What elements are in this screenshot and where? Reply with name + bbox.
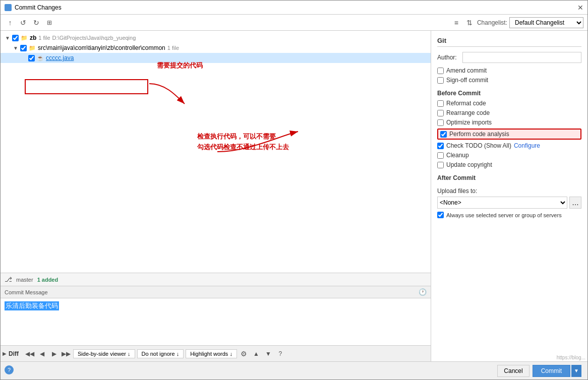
move-up-button[interactable]: ↑ xyxy=(5,17,16,28)
check-todo-label[interactable]: Check TODO (Show All) xyxy=(446,142,511,149)
ignore-btn[interactable]: Do not ignore ↓ xyxy=(137,349,184,358)
help-button[interactable]: ? xyxy=(5,365,14,374)
always-use-row: Always use selected server or group of s… xyxy=(437,212,581,218)
cleanup-row: Cleanup xyxy=(437,152,581,159)
settings-btn[interactable]: ⚙ xyxy=(239,349,249,359)
branch-name: master xyxy=(16,277,33,283)
perform-label[interactable]: Perform code analysis xyxy=(449,131,509,138)
perform-checkbox[interactable] xyxy=(440,131,447,138)
author-label: Author: xyxy=(437,54,462,61)
update-copyright-checkbox[interactable] xyxy=(437,162,444,168)
commit-message-label: Commit Message xyxy=(5,289,48,295)
root-checkbox[interactable] xyxy=(12,35,19,41)
update-copyright-row: Update copyright xyxy=(437,161,581,168)
reformat-row: Reformat code xyxy=(437,100,581,107)
file-name: ccccc.java xyxy=(46,54,74,61)
diff-section: ▶ Diff ◀◀ ◀ ▶ ▶▶ Side-by-side viewer ↓ D… xyxy=(1,345,431,361)
group-button[interactable]: ⊞ xyxy=(44,17,55,28)
signoff-checkbox[interactable] xyxy=(437,77,444,84)
author-input[interactable] xyxy=(462,52,581,63)
always-use-label[interactable]: Always use selected server or group of s… xyxy=(446,212,562,218)
changelist-section: ≡ ⇅ Changelist: Default Changelist xyxy=(451,17,583,28)
nav-prev[interactable]: ◀ xyxy=(37,349,47,359)
reformat-label[interactable]: Reformat code xyxy=(446,100,486,107)
configure-link[interactable]: Configure xyxy=(514,142,540,149)
src-folder-icon: 📁 xyxy=(28,44,36,52)
sort2-btn[interactable]: ⇅ xyxy=(464,17,475,28)
added-badge: 1 added xyxy=(37,277,58,283)
commit-dropdown-arrow[interactable]: ▼ xyxy=(571,365,581,377)
amend-commit-checkbox[interactable] xyxy=(437,68,444,74)
left-panel: ▼ 📁 zb 1 file D:\GitProjects\Java\hqzb_y… xyxy=(1,31,431,361)
git-panel: Git Author: Amend commit Sign-off commit… xyxy=(431,31,587,361)
close-button[interactable]: ✕ xyxy=(577,4,583,12)
optimize-label[interactable]: Optimize imports xyxy=(446,119,492,126)
git-header: Git xyxy=(437,37,581,47)
changelist-label: Changelist: xyxy=(477,19,507,26)
reformat-checkbox[interactable] xyxy=(437,100,444,107)
upload-select[interactable]: <None> xyxy=(437,197,567,209)
always-use-checkbox[interactable] xyxy=(437,212,444,218)
highlight-btn[interactable]: Highlight words ↓ xyxy=(186,349,237,358)
upload-select-row: <None> … xyxy=(437,197,581,209)
title-bar: Commit Changes ✕ xyxy=(1,1,587,15)
refresh-button[interactable]: ↻ xyxy=(31,17,42,28)
perform-row: Perform code analysis xyxy=(437,129,581,140)
nav-next[interactable]: ▶ xyxy=(49,349,59,359)
src-collapse-arrow[interactable]: ▼ xyxy=(13,45,19,51)
bottom-bar: Cancel Commit ▼ xyxy=(1,361,587,379)
tree-root-item[interactable]: ▼ 📁 zb 1 file D:\GitProjects\Java\hqzb_y… xyxy=(1,33,431,43)
side-by-side-btn[interactable]: Side-by-side viewer ↓ xyxy=(73,349,135,358)
upload-label: Upload files to: xyxy=(437,187,581,195)
update-copyright-label[interactable]: Update copyright xyxy=(446,161,492,168)
commit-changes-window: Commit Changes ✕ ↑ ↺ ↻ ⊞ ≡ ⇅ Changelist:… xyxy=(0,0,588,380)
clock-icon: 🕐 xyxy=(419,288,427,296)
tree-file-item[interactable]: ☕ ccccc.java xyxy=(1,53,431,63)
commit-message-section: Commit Message 🕐 乐清后勤装备代码 xyxy=(1,286,431,345)
src-name: src\main\java\com\tianyin\zb\controller\… xyxy=(38,44,165,51)
tree-src-item[interactable]: ▼ 📁 src\main\java\com\tianyin\zb\control… xyxy=(1,43,431,53)
src-checkbox[interactable] xyxy=(20,45,27,51)
down-btn[interactable]: ▼ xyxy=(263,349,273,359)
src-count: 1 file xyxy=(167,45,179,51)
amend-commit-label[interactable]: Amend commit xyxy=(446,67,487,74)
question-btn[interactable]: ? xyxy=(275,349,285,359)
root-name: zb xyxy=(30,34,36,41)
sort-btn[interactable]: ≡ xyxy=(451,17,462,28)
root-folder-icon: 📁 xyxy=(20,34,28,42)
diff-label: Diff xyxy=(9,350,19,357)
rearrange-label[interactable]: Rearrange code xyxy=(446,109,490,116)
annotation-arrow2 xyxy=(217,132,298,173)
nav-prev-prev[interactable]: ◀◀ xyxy=(25,349,35,359)
changelist-select[interactable]: Default Changelist xyxy=(509,17,583,28)
optimize-checkbox[interactable] xyxy=(437,119,444,126)
tree-collapse-arrow[interactable]: ▼ xyxy=(5,35,11,41)
watermark: https://blog... xyxy=(555,354,587,361)
upload-more-btn[interactable]: … xyxy=(569,197,581,209)
signoff-label[interactable]: Sign-off commit xyxy=(446,77,488,84)
cleanup-checkbox[interactable] xyxy=(437,152,444,159)
root-count: 1 file xyxy=(38,35,50,41)
file-checkbox[interactable] xyxy=(28,55,35,61)
commit-button[interactable]: Commit xyxy=(533,365,570,377)
rearrange-row: Rearrange code xyxy=(437,109,581,116)
commit-message-input[interactable] xyxy=(1,298,431,344)
amend-commit-row: Amend commit xyxy=(437,67,581,74)
commit-button-group: Commit ▼ xyxy=(533,365,581,377)
nav-next-next[interactable]: ▶▶ xyxy=(61,349,71,359)
after-commit-label: After Commit xyxy=(437,174,581,181)
annotation-arrow1 xyxy=(149,74,190,105)
up-btn[interactable]: ▲ xyxy=(251,349,261,359)
cancel-button[interactable]: Cancel xyxy=(497,365,529,377)
signoff-row: Sign-off commit xyxy=(437,77,581,84)
before-commit-label: Before Commit xyxy=(437,90,581,97)
commit-message-body: 乐清后勤装备代码 xyxy=(1,298,431,345)
rearrange-checkbox[interactable] xyxy=(437,110,444,116)
undo-button[interactable]: ↺ xyxy=(18,17,29,28)
diff-expand-icon[interactable]: ▶ xyxy=(3,351,7,356)
window-title: Commit Changes xyxy=(15,4,62,11)
check-todo-checkbox[interactable] xyxy=(437,143,444,149)
window-icon xyxy=(5,4,12,11)
main-toolbar: ↑ ↺ ↻ ⊞ ≡ ⇅ Changelist: Default Changeli… xyxy=(1,15,587,31)
cleanup-label[interactable]: Cleanup xyxy=(446,152,469,159)
